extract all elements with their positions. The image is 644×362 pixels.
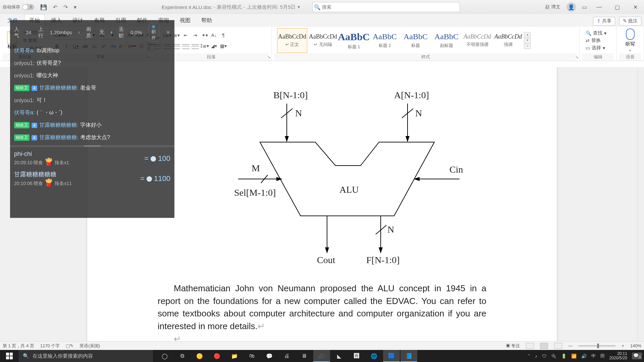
cortana-icon[interactable]: ◯: [156, 350, 173, 362]
username[interactable]: 赵 博文: [545, 4, 560, 10]
comments-button[interactable]: ✎ 批注: [619, 17, 641, 25]
livestream-overlay[interactable]: 人气 24 上行 1.20mbps 画质: 无 丢帧 0.0% ◉ 邮件 ✕ 伏…: [10, 20, 174, 218]
proofing-icon[interactable]: ▢✎: [66, 343, 73, 348]
tray-app-icon[interactable]: ♪: [535, 354, 537, 359]
popularity-value: 24: [26, 29, 32, 35]
style-subtle[interactable]: AaBbCcDd不明显强调: [462, 28, 492, 53]
zoom-slider[interactable]: [579, 345, 615, 347]
autosave-toggle[interactable]: 自动保存 关: [3, 4, 34, 10]
tray-volume-icon[interactable]: 🔊: [581, 354, 587, 359]
app-icon-7[interactable]: 🖨: [278, 350, 295, 362]
tray-usb-icon[interactable]: 🔌: [551, 354, 556, 359]
undo-icon[interactable]: ↶: [53, 4, 57, 10]
start-button[interactable]: [0, 350, 19, 362]
avatar[interactable]: 👤: [567, 2, 576, 12]
ribbon-display-icon[interactable]: ▭: [582, 4, 587, 10]
view-print-icon[interactable]: [540, 343, 548, 349]
find-button[interactable]: 🔍 查找 ▾: [586, 30, 606, 36]
explorer-icon[interactable]: 📁: [226, 350, 243, 362]
tray-security-icon[interactable]: 🛡: [542, 354, 546, 359]
taskbar-clock[interactable]: 20:11 2020/5/20: [609, 352, 627, 360]
tab-view[interactable]: 视图: [175, 14, 195, 27]
coin-icon: [151, 156, 156, 162]
notifications-icon[interactable]: 💬3: [632, 353, 642, 359]
save-icon[interactable]: 💾: [40, 4, 47, 10]
replace-button[interactable]: ⇄ 替换: [586, 38, 606, 44]
app-icon-8[interactable]: 🖥: [296, 350, 313, 362]
body-text[interactable]: Mathematician John von Neumann proposed …: [158, 282, 486, 345]
borders-icon[interactable]: ▦▾: [219, 42, 227, 50]
label-Sel: Sel[M-1:0]: [234, 187, 276, 198]
qat-more-icon[interactable]: ▾: [74, 4, 76, 10]
search-icon: 🔍: [313, 4, 322, 10]
shading-icon[interactable]: ◢▾: [210, 42, 218, 50]
word-icon[interactable]: 📘: [400, 350, 417, 362]
ime-mode[interactable]: 田: [600, 353, 605, 359]
style-nospacing[interactable]: AaBbCcDd↵ 无间隔: [308, 28, 338, 53]
increase-indent-icon[interactable]: ⇥: [191, 31, 199, 39]
gift-user: 甘露糖糖糖糖糖: [14, 170, 72, 178]
search-input[interactable]: [322, 4, 460, 10]
styles-launcher-icon[interactable]: ↘: [575, 55, 579, 59]
vertical-scrollbar[interactable]: [637, 67, 644, 350]
style-title[interactable]: AaBbC标题: [400, 28, 431, 53]
title-dropdown-icon[interactable]: ▾: [298, 4, 300, 10]
mic-icon: [626, 28, 635, 40]
maximize-button[interactable]: ▢: [611, 2, 623, 12]
app-icon-10[interactable]: ◣: [331, 350, 347, 362]
chat-line: onlyou1:哪位大神: [14, 72, 170, 79]
zoom-level[interactable]: 140%: [630, 343, 641, 348]
minimize-button[interactable]: —: [593, 2, 605, 12]
tab-help[interactable]: 帮助: [197, 14, 217, 27]
adobe-icon[interactable]: 🅰: [348, 350, 365, 362]
redo-icon[interactable]: ↷: [63, 4, 68, 10]
style-emphasis[interactable]: AaBbCcDd强调: [493, 28, 523, 53]
focus-mode[interactable]: ▣ 专注: [506, 343, 520, 349]
overlay-close-icon[interactable]: ✕: [166, 29, 170, 36]
search-box[interactable]: 🔍: [312, 2, 460, 12]
show-marks-icon[interactable]: ¶: [219, 31, 227, 39]
chat-line: 伏哥哥a:(｀・ω・´): [14, 109, 170, 116]
style-heading1[interactable]: AaBbC标题 1: [339, 28, 369, 53]
style-subtitle[interactable]: AaBbC副标题: [431, 28, 462, 53]
autosave-switch[interactable]: 关: [22, 4, 34, 10]
tray-overflow-icon[interactable]: ˄: [528, 354, 530, 359]
app-icon-9[interactable]: 🎥: [313, 350, 330, 362]
close-button[interactable]: ✕: [629, 2, 641, 12]
decrease-indent-icon[interactable]: ⇤: [182, 31, 190, 39]
tray-battery-icon[interactable]: 🔋: [561, 354, 567, 359]
ime-lang[interactable]: 中: [591, 353, 596, 359]
netease-icon[interactable]: 🔴: [209, 350, 225, 362]
paragraph-launcher-icon[interactable]: ↘: [267, 55, 271, 59]
taskbar-search[interactable]: 🔍 在这里输入你要搜索的内容: [19, 350, 153, 362]
zoom-in-button[interactable]: +: [622, 343, 624, 348]
line-spacing-icon[interactable]: ‡≣▾: [201, 42, 209, 50]
vscode-icon[interactable]: 🟦: [383, 350, 400, 362]
app-icon-12[interactable]: 🌐: [366, 350, 382, 362]
select-button[interactable]: ▭ 选择 ▾: [586, 45, 606, 51]
align-justify-icon[interactable]: [182, 42, 190, 50]
sort-icon[interactable]: A↓: [210, 31, 218, 39]
tray-wifi-icon[interactable]: 📶: [571, 354, 577, 359]
wechat-icon[interactable]: 💬: [261, 350, 278, 362]
style-heading2[interactable]: AaBbC标题 2: [370, 28, 400, 53]
share-button[interactable]: ⇪ 共享: [593, 17, 615, 25]
styles-scroll[interactable]: ▴▾▿: [524, 32, 531, 49]
view-read-icon[interactable]: [526, 343, 534, 349]
view-web-icon[interactable]: [554, 343, 562, 349]
chrome-icon[interactable]: 🟡: [191, 350, 208, 362]
overlay-grip[interactable]: [10, 145, 174, 147]
align-distribute-icon[interactable]: [191, 42, 199, 50]
dictate-button[interactable]: 听写 ▾: [619, 28, 641, 52]
asian-layout-icon[interactable]: ✦▾: [201, 31, 209, 39]
mod-time[interactable]: 上次修改时间: 5月5日: [247, 4, 296, 10]
status-page[interactable]: 第 1 页，共 4 页: [3, 343, 34, 349]
zoom-out-button[interactable]: —: [568, 343, 573, 348]
overlay-pill-button[interactable]: ◉ 邮件: [149, 23, 159, 42]
taskview-icon[interactable]: ⧉: [174, 350, 191, 362]
store-icon[interactable]: 🛍: [244, 350, 260, 362]
status-language[interactable]: 英语(美国): [79, 343, 100, 349]
styles-gallery[interactable]: AaBbCcDd↵ 正文 AaBbCcDd↵ 无间隔 AaBbC标题 1 AaB…: [274, 28, 577, 53]
status-words[interactable]: 1170 个字: [40, 343, 60, 349]
style-normal[interactable]: AaBbCcDd↵ 正文: [277, 28, 307, 53]
